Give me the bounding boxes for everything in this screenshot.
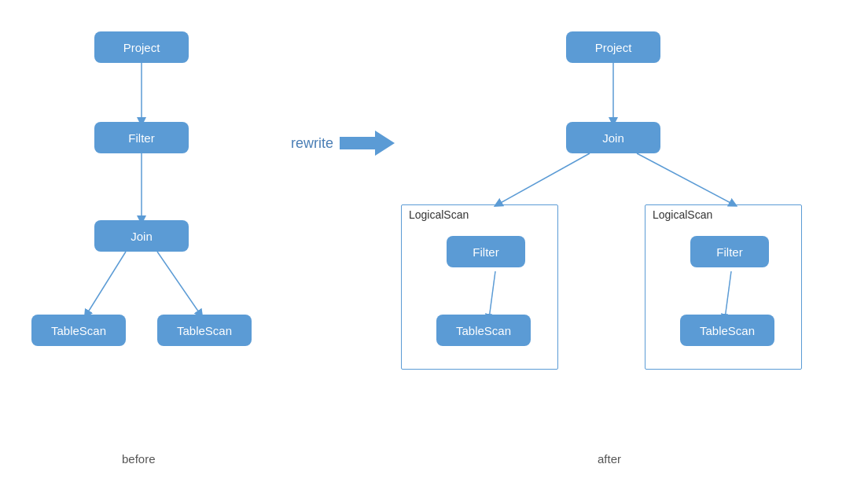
diagram-container: rewrite Project Filter Join TableScan Ta… xyxy=(0,0,868,486)
svg-line-5 xyxy=(498,153,590,204)
after-tablescan-right-node: TableScan xyxy=(680,315,774,346)
svg-line-2 xyxy=(86,252,126,315)
after-tablescan-left-node: TableScan xyxy=(436,315,531,346)
before-tablescan2-node: TableScan xyxy=(157,315,252,346)
before-label: before xyxy=(122,452,156,466)
before-project-node: Project xyxy=(94,31,189,63)
after-label: after xyxy=(598,452,621,466)
after-project-node: Project xyxy=(566,31,660,63)
svg-line-3 xyxy=(157,252,200,315)
before-filter-node: Filter xyxy=(94,122,189,153)
svg-marker-9 xyxy=(340,131,395,156)
arrow-icon xyxy=(340,127,395,159)
after-filter-right-node: Filter xyxy=(690,236,769,267)
svg-line-6 xyxy=(637,153,734,204)
before-join-node: Join xyxy=(94,220,189,252)
logical-scan-right-label: LogicalScan xyxy=(653,208,712,221)
rewrite-label: rewrite xyxy=(291,135,333,152)
after-join-node: Join xyxy=(566,122,660,153)
logical-scan-left-label: LogicalScan xyxy=(409,208,469,221)
rewrite-arrow: rewrite xyxy=(291,127,395,159)
after-filter-left-node: Filter xyxy=(447,236,525,267)
before-tablescan1-node: TableScan xyxy=(31,315,126,346)
